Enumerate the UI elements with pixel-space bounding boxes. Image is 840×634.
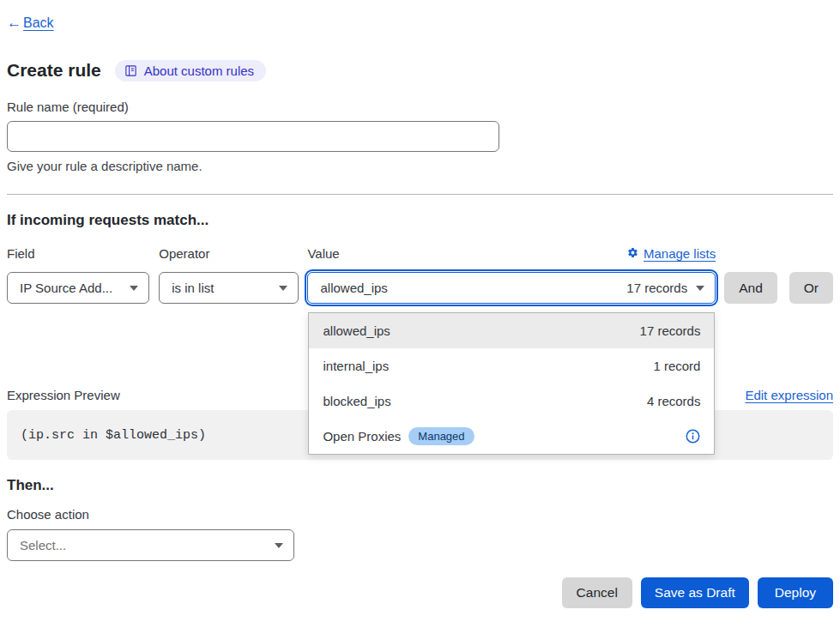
value-select[interactable]: allowed_ips 17 records <box>307 272 716 304</box>
section-divider <box>7 194 833 195</box>
list-dropdown-panel: allowed_ips 17 records internal_ips 1 re… <box>308 312 715 455</box>
field-label: Field <box>7 246 149 262</box>
then-heading: Then... <box>7 477 833 494</box>
list-option-meta: 4 records <box>647 394 701 408</box>
gear-icon <box>627 246 638 262</box>
value-select-value: allowed_ips <box>320 281 387 295</box>
value-label-row: Value Manage lists <box>307 246 716 262</box>
action-select-placeholder: Select... <box>20 538 66 552</box>
expression-preview-label: Expression Preview <box>7 388 120 402</box>
footer-actions: Cancel Save as Draft Deploy <box>7 577 833 608</box>
list-option-blocked-ips[interactable]: blocked_ips 4 records <box>309 383 714 419</box>
list-option-name: Open Proxies <box>323 429 401 444</box>
list-option-meta: 17 records <box>640 323 701 338</box>
chevron-down-icon <box>130 286 138 291</box>
value-label: Value <box>307 246 339 262</box>
manage-lists-link[interactable]: Manage lists <box>627 246 716 262</box>
back-label: Back <box>23 15 54 31</box>
about-custom-rules-link[interactable]: About custom rules <box>115 60 266 82</box>
title-row: Create rule About custom rules <box>7 58 833 82</box>
operator-column: Operator is in list <box>159 246 299 304</box>
about-custom-rules-label: About custom rules <box>144 63 254 78</box>
rule-name-label: Rule name (required) <box>7 100 833 114</box>
list-option-name: blocked_ips <box>323 394 390 408</box>
back-arrow-icon: ← <box>7 15 21 32</box>
field-column: Field IP Source Add... <box>7 246 149 304</box>
match-heading: If incoming requests match... <box>7 212 833 229</box>
page-title: Create rule <box>7 58 101 82</box>
chevron-down-icon <box>275 543 283 548</box>
deploy-button[interactable]: Deploy <box>758 577 833 608</box>
action-select[interactable]: Select... <box>7 529 294 561</box>
book-icon <box>124 64 137 77</box>
list-option-open-proxies[interactable]: Open Proxies Managed <box>309 419 714 454</box>
list-option-name: allowed_ips <box>323 323 390 338</box>
save-draft-button[interactable]: Save as Draft <box>641 577 749 608</box>
list-option-meta: 1 record <box>653 359 700 373</box>
manage-lists-label: Manage lists <box>644 246 716 262</box>
rule-name-input[interactable] <box>7 121 499 152</box>
condition-row: Field IP Source Add... Operator is in li… <box>7 246 833 304</box>
list-option-name: internal_ips <box>323 359 389 373</box>
value-select-meta-group: 17 records <box>626 281 704 295</box>
and-or-group: And Or <box>724 272 833 304</box>
list-option-internal-ips[interactable]: internal_ips 1 record <box>309 348 714 383</box>
list-option-name-group: Open Proxies Managed <box>323 427 474 445</box>
managed-badge: Managed <box>408 427 474 445</box>
value-column: Value Manage lists allowed_ips 17 record… <box>307 246 716 304</box>
rule-name-hint: Give your rule a descriptive name. <box>7 159 833 173</box>
field-select[interactable]: IP Source Add... <box>7 272 149 304</box>
list-option-allowed-ips[interactable]: allowed_ips 17 records <box>309 313 714 348</box>
operator-select-value: is in list <box>172 281 214 295</box>
field-select-value: IP Source Add... <box>20 281 112 295</box>
operator-select[interactable]: is in list <box>159 272 299 304</box>
back-link[interactable]: ← Back <box>7 15 54 32</box>
and-button[interactable]: And <box>724 272 777 304</box>
expression-code: (ip.src in $allowed_ips) <box>21 428 206 443</box>
create-rule-page: ← Back Create rule About custom rules Ru… <box>0 0 840 634</box>
chevron-down-icon <box>279 286 287 291</box>
edit-expression-link[interactable]: Edit expression <box>745 388 833 402</box>
operator-label: Operator <box>159 246 299 262</box>
choose-action-label: Choose action <box>7 507 833 522</box>
chevron-down-icon <box>696 286 704 291</box>
cancel-button[interactable]: Cancel <box>562 577 632 608</box>
info-icon[interactable] <box>686 429 700 444</box>
value-select-records: 17 records <box>626 281 687 295</box>
or-button[interactable]: Or <box>789 272 833 304</box>
